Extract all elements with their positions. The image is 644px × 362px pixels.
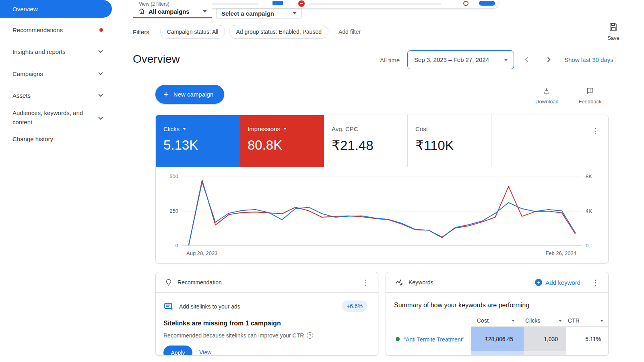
kebab-menu-icon[interactable]: ⋮	[361, 279, 369, 286]
toast-button-fragment	[479, 1, 495, 6]
overview-chart-card: Clicks 5.13K Impressions 80.8K Avg. CPC …	[155, 115, 609, 263]
recommendation-subtitle: Recommended because sitelinks can improv…	[163, 332, 313, 339]
recommendation-card: Recommendation ⋮ Add sitelinks to your a…	[155, 272, 378, 356]
sidebar-item-assets[interactable]: Assets	[0, 88, 112, 102]
caret-down-icon	[559, 320, 562, 322]
sidebar-item-label: Recommendations	[12, 27, 63, 33]
sidebar: Overview Recommendations Insights and re…	[0, 0, 113, 362]
campaign-picker-dropdown[interactable]: Select a campaign	[216, 8, 302, 19]
new-campaign-button[interactable]: + New campaign	[155, 85, 224, 104]
alert-icon	[298, 0, 305, 7]
apply-button[interactable]: Apply	[163, 346, 192, 356]
kebab-menu-icon[interactable]: ⋮	[592, 127, 599, 135]
y2-axis-tick: 4K	[586, 208, 592, 214]
download-label: Download	[535, 99, 558, 105]
scorecard-label: Clicks	[163, 125, 180, 132]
scorecard-impressions[interactable]: Impressions 80.8K	[240, 115, 324, 167]
scorecard-label: Cost	[415, 125, 428, 132]
error-count-icon	[463, 1, 469, 6]
chevron-down-icon	[98, 115, 103, 119]
keywords-header-label: Keywords	[409, 279, 433, 286]
cost-cell	[471, 351, 524, 356]
notification-toast	[183, 0, 498, 8]
add-filter-button[interactable]: Add filter	[339, 29, 361, 35]
recommendation-category: Add sitelinks to your ads	[179, 303, 240, 310]
keywords-card: Keywords + Add keyword ⋮ Summary of how …	[386, 272, 609, 356]
feedback-button[interactable]: Feedback	[578, 87, 602, 105]
sidebar-item-audiences-keywords-content[interactable]: Audiences, keywords, and content	[0, 106, 112, 129]
status-dot-icon	[396, 337, 400, 341]
column-header-clicks[interactable]: Clicks	[524, 314, 566, 327]
keywords-icon	[395, 278, 404, 287]
scorecard-clicks[interactable]: Clicks 5.13K	[156, 115, 240, 167]
toast-link-fragment	[272, 1, 283, 5]
next-period-button[interactable]	[544, 55, 553, 64]
scorecard-label: Impressions	[248, 125, 280, 132]
active-tab-underline	[133, 17, 212, 18]
home-icon	[138, 8, 145, 15]
chevron-down-icon	[98, 92, 103, 97]
add-keyword-label: Add keyword	[545, 279, 580, 286]
x-axis-label-start: Aug 28, 2023	[186, 250, 217, 256]
x-axis-label-end: Feb 26, 2024	[526, 250, 576, 256]
scorecard-cost[interactable]: Cost ₹110K	[408, 115, 491, 167]
scorecard-value: ₹21.48	[332, 138, 407, 153]
download-button[interactable]: Download	[535, 87, 558, 105]
chevron-down-icon	[98, 48, 103, 53]
add-keyword-button[interactable]: + Add keyword	[535, 279, 580, 286]
campaign-picker-value: Select a campaign	[221, 10, 293, 17]
y-axis-tick: 500	[164, 173, 178, 179]
new-campaign-label: New campaign	[173, 91, 213, 98]
scorecard-avg-cpc[interactable]: Avg. CPC ₹21.48	[324, 115, 408, 167]
sitelink-icon	[163, 301, 174, 312]
column-header-cost[interactable]: Cost	[471, 314, 524, 327]
sidebar-item-change-history[interactable]: Change history	[0, 132, 112, 146]
date-range-picker[interactable]: Sep 3, 2023 – Feb 27, 2024	[407, 50, 514, 69]
save-icon	[609, 23, 618, 31]
sidebar-item-insights-and-reports[interactable]: Insights and reports	[0, 45, 112, 58]
alert-dot-icon	[99, 28, 103, 32]
y2-axis-tick: 8K	[586, 173, 592, 179]
sidebar-item-campaigns[interactable]: Campaigns	[0, 67, 112, 80]
column-header-label: Cost	[477, 317, 489, 324]
sidebar-item-label: Change history	[12, 136, 53, 142]
caret-down-icon	[512, 320, 515, 322]
sidebar-item-recommendations[interactable]: Recommendations	[0, 23, 112, 37]
show-last-30-days-link[interactable]: Show last 30 days	[564, 56, 613, 63]
filter-chip-label: Ad group status: Enabled, Paused	[236, 29, 321, 35]
campaign-scope-selector[interactable]: View (2 filters) All campaigns	[133, 0, 212, 19]
save-button[interactable]: Save	[604, 23, 623, 41]
filter-chip-ad-group-status[interactable]: Ad group status: Enabled, Paused	[229, 25, 328, 39]
view-filters-label: View (2 filters)	[133, 0, 212, 7]
previous-period-button[interactable]	[522, 55, 531, 64]
recommendation-header-label: Recommendation	[178, 279, 222, 286]
filter-chip-campaign-status[interactable]: Campaign status: All	[160, 25, 225, 39]
lightbulb-icon	[165, 278, 173, 286]
scorecard-value: ₹110K	[415, 138, 491, 153]
keywords-card-header: Keywords + Add keyword ⋮	[386, 272, 608, 293]
sidebar-item-overview[interactable]: Overview	[0, 0, 112, 18]
caret-down-icon	[183, 128, 186, 130]
column-header-label: Clicks	[525, 317, 540, 324]
recommendation-subtitle-text: Recommended because sitelinks can improv…	[163, 332, 304, 339]
sidebar-item-label: Audiences, keywords, and content	[12, 108, 93, 127]
feedback-label: Feedback	[578, 99, 602, 105]
chevron-down-icon	[98, 70, 103, 75]
caret-down-icon	[293, 12, 297, 14]
sidebar-item-label: Overview	[12, 6, 38, 12]
cost-cell: ₹28,806.45	[471, 327, 524, 351]
column-header-label: CTR	[568, 317, 580, 324]
clicks-cell	[524, 351, 566, 356]
toast-text-fragment	[309, 3, 442, 5]
ctr-cell: 5.11%	[566, 327, 609, 351]
column-header-ctr[interactable]: CTR	[566, 314, 609, 327]
view-link[interactable]: View	[199, 349, 211, 356]
sidebar-item-label: Insights and reports	[12, 48, 66, 55]
help-icon[interactable]: ?	[307, 332, 313, 339]
keyword-link[interactable]: "Anti Termite Treatment"	[404, 336, 464, 343]
page-title: Overview	[133, 53, 180, 66]
download-icon	[543, 87, 551, 95]
recommendation-title: Sitelinks are missing from 1 campaign	[163, 320, 281, 327]
kebab-menu-icon[interactable]: ⋮	[592, 279, 599, 286]
sidebar-item-label: Assets	[12, 92, 31, 99]
